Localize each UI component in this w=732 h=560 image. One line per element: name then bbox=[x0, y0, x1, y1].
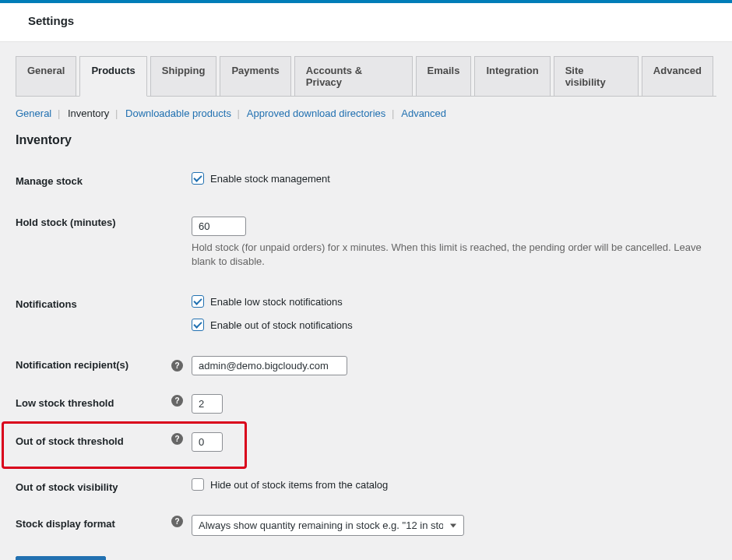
option-enable-stock-mgmt: Enable stock management bbox=[210, 173, 330, 185]
subtab-inventory[interactable]: Inventory bbox=[68, 107, 109, 119]
tab-emails[interactable]: Emails bbox=[416, 56, 472, 96]
subtab-general[interactable]: General bbox=[16, 107, 51, 119]
main-tabs: General Products Shipping Payments Accou… bbox=[16, 56, 716, 96]
tab-products[interactable]: Products bbox=[79, 56, 146, 97]
input-out-of-stock-threshold[interactable] bbox=[192, 432, 223, 452]
tab-shipping[interactable]: Shipping bbox=[150, 56, 217, 96]
option-out-of-stock-notif: Enable out of stock notifications bbox=[210, 319, 353, 331]
checkbox-low-stock-notif[interactable] bbox=[192, 295, 204, 308]
help-icon[interactable]: ? bbox=[171, 433, 183, 445]
save-button[interactable]: Save changes bbox=[16, 556, 106, 560]
page-header: Settings bbox=[0, 3, 732, 42]
label-out-of-stock-visibility: Out of stock visibility bbox=[16, 461, 171, 505]
label-low-stock-threshold: Low stock threshold bbox=[16, 385, 171, 423]
option-hide-out-of-stock: Hide out of stock items from the catalog bbox=[210, 479, 388, 491]
tab-advanced[interactable]: Advanced bbox=[642, 56, 713, 96]
sub-nav: General | Inventory | Downloadable produ… bbox=[16, 103, 716, 129]
subtab-downloadable[interactable]: Downloadable products bbox=[125, 107, 231, 119]
page-title: Settings bbox=[28, 14, 713, 27]
option-low-stock-notif: Enable low stock notifications bbox=[210, 296, 343, 308]
checkbox-hide-out-of-stock[interactable] bbox=[192, 478, 204, 491]
input-hold-stock[interactable] bbox=[192, 217, 246, 236]
input-recipient-email[interactable] bbox=[192, 356, 347, 375]
label-out-of-stock-threshold: Out of stock threshold bbox=[16, 435, 124, 447]
checkbox-enable-stock-mgmt[interactable] bbox=[192, 172, 204, 185]
label-stock-display-format: Stock display format bbox=[16, 505, 171, 545]
label-recipients: Notification recipient(s) bbox=[16, 340, 171, 385]
tab-integration[interactable]: Integration bbox=[474, 56, 550, 96]
desc-hold-stock: Hold stock (for unpaid orders) for x min… bbox=[192, 241, 709, 269]
checkbox-out-of-stock-notif[interactable] bbox=[192, 319, 204, 331]
section-title: Inventory bbox=[16, 133, 716, 147]
select-stock-display-format[interactable]: Always show quantity remaining in stock … bbox=[192, 515, 464, 536]
help-icon[interactable]: ? bbox=[171, 516, 183, 527]
label-manage-stock: Manage stock bbox=[16, 163, 171, 199]
tab-accounts-privacy[interactable]: Accounts & Privacy bbox=[294, 56, 413, 96]
tab-general[interactable]: General bbox=[16, 56, 76, 96]
tab-site-visibility[interactable]: Site visibility bbox=[554, 56, 639, 96]
label-notifications: Notifications bbox=[16, 286, 171, 340]
tab-payments[interactable]: Payments bbox=[220, 56, 290, 96]
subtab-approved-download-dirs[interactable]: Approved download directories bbox=[247, 107, 386, 119]
help-icon[interactable]: ? bbox=[171, 395, 183, 407]
input-low-stock-threshold[interactable] bbox=[192, 394, 223, 414]
label-hold-stock: Hold stock (minutes) bbox=[16, 199, 171, 286]
help-icon[interactable]: ? bbox=[171, 360, 183, 372]
subtab-advanced[interactable]: Advanced bbox=[401, 107, 446, 119]
